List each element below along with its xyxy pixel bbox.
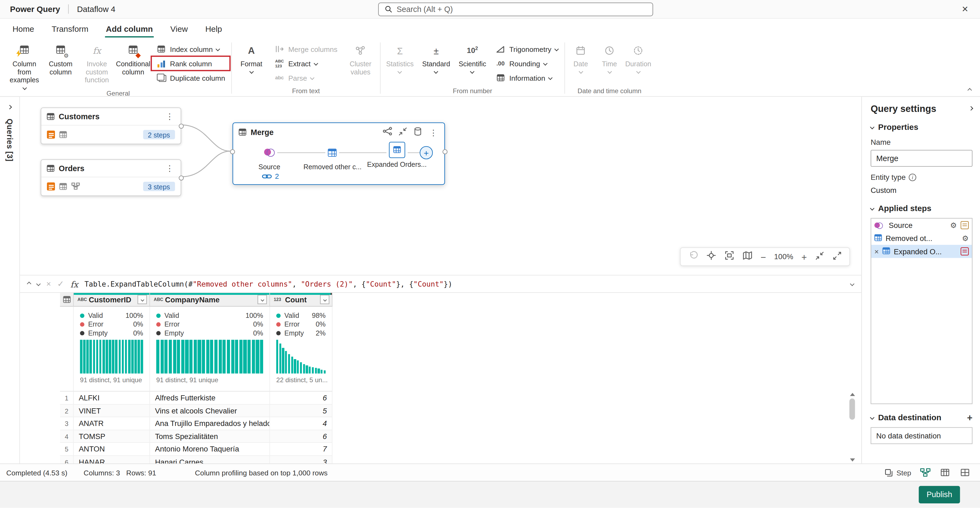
- rank-column-button[interactable]: Rank column: [151, 56, 230, 71]
- cell-customer-id[interactable]: ALFKI: [74, 392, 150, 405]
- applied-steps-section-header[interactable]: Applied steps: [871, 204, 973, 213]
- cell-count[interactable]: 6: [270, 430, 332, 443]
- collapse-all-icon[interactable]: [815, 251, 824, 263]
- standard-button[interactable]: ± Standard: [418, 40, 454, 87]
- vertical-scrollbar[interactable]: [848, 393, 856, 462]
- output-port[interactable]: [179, 175, 184, 180]
- table-row[interactable]: 3ANATRAna Trujillo Emparedados y helados…: [60, 417, 332, 430]
- index-column-button[interactable]: Index column: [151, 42, 230, 56]
- expand-queries-pane-icon[interactable]: [8, 105, 12, 109]
- diagram-canvas[interactable]: Customers ⋮ 2 steps Orders ⋮: [20, 97, 861, 275]
- zoom-level[interactable]: 100%: [774, 252, 794, 261]
- column-profile-customer-id[interactable]: Valid100% Error0% Empty0% 91 distinct, 9…: [74, 307, 150, 391]
- cell-customer-id[interactable]: HANAR: [74, 456, 150, 464]
- previous-step-icon[interactable]: [27, 282, 31, 286]
- table-view-button[interactable]: [939, 466, 951, 479]
- cell-company-name[interactable]: Vins et alcools Chevalier: [150, 405, 270, 417]
- close-icon[interactable]: ×: [956, 3, 974, 15]
- output-port[interactable]: [442, 149, 447, 154]
- value-distribution-chart[interactable]: [156, 340, 263, 373]
- step-node-expanded-orders[interactable]: Expanded Orders...: [367, 142, 426, 168]
- column-type-icon[interactable]: ABC: [154, 297, 162, 302]
- table-row[interactable]: 2VINETVins et alcools Chevalier5: [60, 405, 332, 417]
- custom-column-button[interactable]: ⚙ Custom column: [42, 40, 79, 89]
- info-icon[interactable]: i: [909, 174, 916, 181]
- zoom-in-button[interactable]: +: [802, 252, 807, 261]
- minimap-icon[interactable]: [742, 251, 752, 263]
- cell-count[interactable]: 5: [270, 405, 332, 417]
- pan-icon[interactable]: [706, 251, 716, 263]
- cell-count[interactable]: 6: [270, 392, 332, 405]
- column-type-icon[interactable]: 123: [274, 297, 282, 302]
- cancel-formula-icon[interactable]: ×: [46, 279, 51, 289]
- input-port[interactable]: [230, 149, 235, 154]
- table-row[interactable]: 5ANTONAntonio Moreno Taquería7: [60, 443, 332, 456]
- delete-step-icon[interactable]: ×: [874, 248, 878, 256]
- cell-customer-id[interactable]: VINET: [74, 405, 150, 417]
- conditional-column-button[interactable]: Conditional column: [115, 40, 151, 89]
- cell-company-name[interactable]: Toms Spezialitäten: [150, 430, 270, 443]
- cell-count[interactable]: 7: [270, 443, 332, 456]
- column-header-customer-id[interactable]: ABC CustomerID: [74, 293, 150, 306]
- cell-customer-id[interactable]: TOMSP: [74, 430, 150, 443]
- filter-button[interactable]: [258, 295, 267, 304]
- table-row[interactable]: 1ALFKIAlfreds Futterkiste6: [60, 392, 332, 405]
- tab-view[interactable]: View: [161, 19, 197, 39]
- commit-formula-icon[interactable]: ✓: [57, 279, 64, 289]
- data-source-settings-icon[interactable]: [961, 221, 969, 229]
- extract-button[interactable]: ABC123 Extract: [269, 56, 342, 71]
- query-card-merge[interactable]: Merge ⋮: [232, 122, 445, 185]
- applied-step-source[interactable]: Source ⚙: [871, 219, 972, 232]
- filter-button[interactable]: [320, 295, 329, 304]
- tab-transform[interactable]: Transform: [43, 19, 97, 39]
- cell-count[interactable]: 4: [270, 417, 332, 430]
- cell-company-name[interactable]: Antonio Moreno Taquería: [150, 443, 270, 456]
- cell-company-name[interactable]: Ana Trujillo Emparedados y helados: [150, 417, 270, 430]
- column-profile-company-name[interactable]: Valid100% Error0% Empty0% 91 distinct, 9…: [150, 307, 270, 391]
- step-node-removed-other-columns[interactable]: Removed other c...: [303, 144, 361, 171]
- steps-badge[interactable]: 3 steps: [143, 182, 175, 191]
- data-source-icon[interactable]: [413, 127, 422, 138]
- expand-formula-bar-icon[interactable]: [850, 282, 854, 286]
- data-destination-section-header[interactable]: Data destination +: [871, 413, 973, 422]
- cell-company-name[interactable]: Hanari Carnes: [150, 456, 270, 464]
- steps-badge[interactable]: 2 steps: [143, 130, 175, 139]
- cell-customer-id[interactable]: ANATR: [74, 417, 150, 430]
- cell-company-name[interactable]: Alfreds Futterkiste: [150, 392, 270, 405]
- column-type-icon[interactable]: ABC: [78, 297, 86, 302]
- query-card-customers[interactable]: Customers ⋮ 2 steps: [40, 107, 181, 144]
- trigonometry-button[interactable]: Trigonometry: [490, 42, 563, 56]
- column-profile-count[interactable]: Valid98% Error0% Empty2% 22 distinct, 5 …: [270, 307, 332, 391]
- scrollbar-thumb[interactable]: [849, 398, 855, 420]
- add-destination-button[interactable]: +: [967, 413, 972, 422]
- queries-pane-label[interactable]: Queries [3]: [5, 119, 14, 162]
- column-from-examples-button[interactable]: Column from examples: [6, 40, 42, 89]
- value-distribution-chart[interactable]: [276, 340, 326, 373]
- format-button[interactable]: A Format: [233, 40, 269, 87]
- applied-step-removed-other-columns[interactable]: Removed ot... ⚙: [871, 232, 972, 245]
- tab-add-column[interactable]: Add column: [97, 19, 161, 39]
- step-settings-gear-icon[interactable]: ⚙: [950, 221, 957, 229]
- fit-to-screen-icon[interactable]: [724, 251, 734, 263]
- rounding-button[interactable]: .00 Rounding: [490, 56, 563, 71]
- cell-count[interactable]: 3: [270, 456, 332, 464]
- more-options-icon[interactable]: ⋮: [428, 128, 439, 137]
- output-port[interactable]: [179, 123, 184, 128]
- properties-section-header[interactable]: Properties: [871, 122, 973, 132]
- information-button[interactable]: Information: [490, 71, 563, 85]
- related-queries-icon[interactable]: [382, 126, 393, 138]
- column-header-company-name[interactable]: ABC CompanyName: [150, 293, 270, 306]
- script-icon[interactable]: [961, 247, 969, 256]
- filter-button[interactable]: [138, 295, 147, 304]
- expand-all-icon[interactable]: [832, 251, 842, 263]
- value-distribution-chart[interactable]: [80, 340, 143, 373]
- more-options-icon[interactable]: ⋮: [164, 112, 175, 121]
- collapse-card-icon[interactable]: [398, 127, 407, 138]
- undo-layout-icon[interactable]: [688, 251, 698, 263]
- diagram-view-button[interactable]: [919, 466, 931, 479]
- scientific-button[interactable]: 102 Scientific: [454, 40, 490, 87]
- linked-entities[interactable]: 2: [262, 173, 279, 180]
- collapse-ribbon-button[interactable]: [967, 88, 972, 92]
- table-row[interactable]: 6HANARHanari Carnes3: [60, 456, 332, 464]
- no-destination-box[interactable]: No data destination: [871, 427, 973, 444]
